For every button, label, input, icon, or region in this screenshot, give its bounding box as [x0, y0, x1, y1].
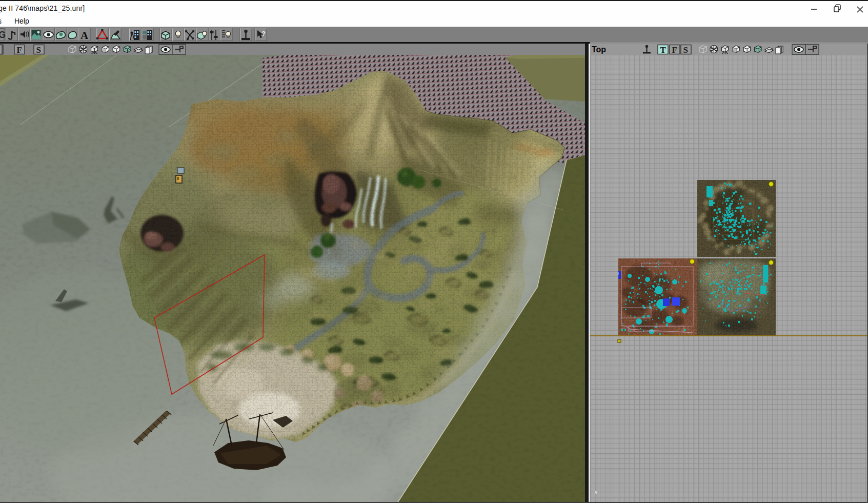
svg-text:v: v [595, 489, 598, 495]
svg-text:?: ? [261, 30, 266, 37]
svg-text:Top: Top [592, 45, 606, 54]
svg-text:S: S [36, 45, 41, 55]
svg-text:S: S [683, 45, 688, 55]
svg-text:T: T [660, 45, 667, 55]
svg-text:F: F [17, 45, 22, 55]
svg-text:G: G [0, 30, 6, 40]
svg-text:A: A [80, 29, 89, 42]
svg-text:F: F [672, 45, 677, 55]
